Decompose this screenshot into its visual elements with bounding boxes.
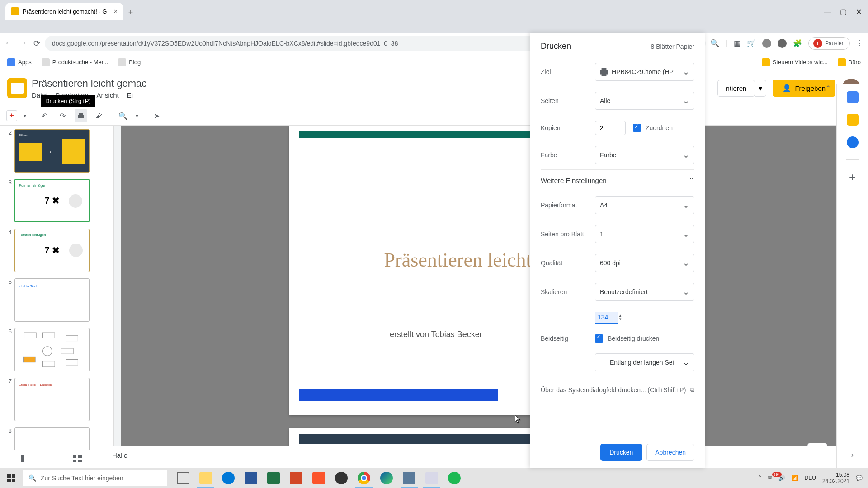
zoom-button[interactable]: 🔍 xyxy=(117,109,129,122)
cancel-button[interactable]: Abbrechen xyxy=(646,444,694,461)
copies-input[interactable] xyxy=(595,121,626,135)
taskbar-app-2[interactable] xyxy=(420,468,443,488)
cart-icon[interactable]: 🛒 xyxy=(747,39,756,47)
bookmark-blog[interactable]: Blog xyxy=(118,58,141,66)
menu-ansicht[interactable]: Ansicht xyxy=(97,91,119,99)
taskbar-brave[interactable] xyxy=(307,468,330,488)
grid-view-button[interactable] xyxy=(73,455,82,464)
chevron-down-icon xyxy=(683,67,689,77)
taskbar-app-1[interactable] xyxy=(398,468,420,488)
duplex-edge-select[interactable]: Entlang der langen Sei xyxy=(595,353,694,371)
tasks-icon[interactable] xyxy=(847,136,859,148)
back-icon[interactable]: ← xyxy=(5,38,13,48)
pages-per-sheet-select[interactable]: 1 xyxy=(595,225,694,243)
slide-thumb-3[interactable]: Formen einfügen 7 ✖ xyxy=(14,179,90,222)
menu-icon[interactable]: ⋮ xyxy=(856,39,863,47)
taskbar-powerpoint[interactable] xyxy=(285,468,307,488)
present-button[interactable]: ntieren xyxy=(717,80,755,97)
pages-select[interactable]: Alle xyxy=(595,92,694,110)
reload-icon[interactable]: ⟳ xyxy=(33,38,40,48)
collapse-icon[interactable] xyxy=(825,84,831,93)
menu-einfuegen[interactable]: Ei xyxy=(127,91,133,99)
paint-format-button[interactable]: 🖌 xyxy=(93,109,105,122)
taskbar-edge[interactable] xyxy=(375,468,398,488)
slides-favicon xyxy=(11,7,19,15)
present-dropdown[interactable]: ▾ xyxy=(755,80,766,97)
slide-filmstrip[interactable]: 2 Bilder → 3 Formen einfügen 7 ✖ 4 Forme… xyxy=(0,126,103,488)
new-slide-dropdown[interactable]: ▼ xyxy=(23,113,27,118)
slides-logo[interactable] xyxy=(7,78,27,98)
forward-icon[interactable]: → xyxy=(19,38,27,48)
slide-thumb-7[interactable]: Erste Folie – Beispiel xyxy=(14,378,90,421)
profile-paused[interactable]: T Pausiert xyxy=(808,37,850,50)
chevron-right-icon[interactable]: › xyxy=(851,451,854,459)
new-tab-button[interactable]: + xyxy=(123,5,138,20)
collate-checkbox[interactable] xyxy=(633,124,641,132)
filmstrip-view-button[interactable] xyxy=(21,455,30,464)
print-button[interactable]: 🖶 xyxy=(75,109,87,122)
preview-scroll-area[interactable]: Präsentieren leicht gemacht! erstellt vo… xyxy=(121,126,868,488)
qr-icon[interactable]: ▦ xyxy=(734,39,741,47)
tray-notifications-icon[interactable]: 💬 xyxy=(856,475,863,481)
taskbar-search[interactable]: 🔍 Zur Suche Text hier eingeben xyxy=(23,470,167,486)
task-view-button[interactable] xyxy=(172,468,194,488)
redo-button[interactable]: ↷ xyxy=(57,109,69,122)
quality-select[interactable]: 600 dpi xyxy=(595,254,694,272)
scale-stepper-down[interactable]: ▼ xyxy=(618,318,622,321)
zoom-dropdown[interactable]: ▼ xyxy=(135,113,139,118)
scale-select[interactable]: Benutzerdefiniert xyxy=(595,283,694,301)
apps-bookmark[interactable]: Apps xyxy=(7,58,32,66)
speaker-notes[interactable]: Hallo xyxy=(103,446,836,468)
taskbar-chrome[interactable] xyxy=(353,468,375,488)
close-tab-icon[interactable]: × xyxy=(114,8,118,15)
ext-icon-1[interactable] xyxy=(762,39,771,48)
slide-thumb-6[interactable] xyxy=(14,328,90,371)
taskbar-obs[interactable] xyxy=(330,468,353,488)
more-settings-toggle[interactable]: Weitere Einstellungen xyxy=(541,169,694,191)
chevron-down-icon xyxy=(683,150,689,160)
scale-input[interactable] xyxy=(595,312,618,324)
paper-size-select[interactable]: A4 xyxy=(595,196,694,214)
profile-avatar-icon: T xyxy=(813,39,822,48)
taskbar-word[interactable] xyxy=(240,468,262,488)
tray-clock[interactable]: 15:08 24.02.2021 xyxy=(822,472,849,485)
slide-thumb-2[interactable]: Bilder → xyxy=(14,129,90,173)
bookmark-buero[interactable]: Büro xyxy=(838,58,861,66)
bookmark-produktsuche[interactable]: Produktsuche - Mer... xyxy=(42,58,108,66)
bookmark-steuern[interactable]: Steuern Videos wic... xyxy=(762,58,828,66)
tray-expand-icon[interactable]: ˄ xyxy=(759,475,761,481)
add-addon-button[interactable]: + xyxy=(849,170,856,184)
taskbar-excel[interactable] xyxy=(262,468,285,488)
tray-mail-icon[interactable]: ✉99+ xyxy=(768,475,772,481)
url-text: docs.google.com/presentation/d/1yV372SO5… xyxy=(52,40,398,47)
window-close-icon[interactable]: ✕ xyxy=(856,8,862,16)
svg-rect-11 xyxy=(78,455,82,458)
start-button[interactable] xyxy=(0,468,23,488)
keep-icon[interactable] xyxy=(847,114,859,126)
browser-tab[interactable]: Präsentieren leicht gemacht! - G × xyxy=(5,3,123,20)
new-slide-button[interactable]: + xyxy=(6,110,17,121)
calendar-icon[interactable] xyxy=(847,91,859,103)
print-preview: Präsentieren leicht gemacht! erstellt vo… xyxy=(121,126,868,488)
select-tool[interactable]: ➤ xyxy=(151,109,163,122)
tray-language[interactable]: DEU xyxy=(805,475,816,481)
print-button[interactable]: Drucken xyxy=(600,444,642,461)
zoom-icon[interactable]: 🔍 xyxy=(710,39,719,47)
document-title[interactable]: Präsentieren leicht gemac xyxy=(32,78,146,89)
window-minimize-icon[interactable]: — xyxy=(824,8,831,16)
window-maximize-icon[interactable]: ▢ xyxy=(840,8,847,16)
taskbar-spotify[interactable] xyxy=(443,468,466,488)
taskbar-explorer[interactable] xyxy=(194,468,217,488)
undo-button[interactable]: ↶ xyxy=(38,109,51,122)
duplex-checkbox[interactable] xyxy=(595,334,603,343)
color-select[interactable]: Farbe xyxy=(595,146,694,164)
slide-thumb-5[interactable]: Ich bin Text. xyxy=(14,278,90,322)
destination-select[interactable]: HPB84C29.home (HP xyxy=(595,63,694,81)
system-dialog-link[interactable]: Über das Systemdialogfeld drucken... (Ct… xyxy=(541,386,686,394)
taskbar-edge-legacy[interactable] xyxy=(217,468,240,488)
tray-wifi-icon[interactable]: 📶 xyxy=(792,475,798,481)
svg-rect-5 xyxy=(61,348,74,354)
extensions-icon[interactable]: 🧩 xyxy=(793,39,802,47)
slide-thumb-4[interactable]: Formen einfügen 7 ✖ xyxy=(14,229,90,272)
ext-icon-2[interactable] xyxy=(778,39,787,48)
